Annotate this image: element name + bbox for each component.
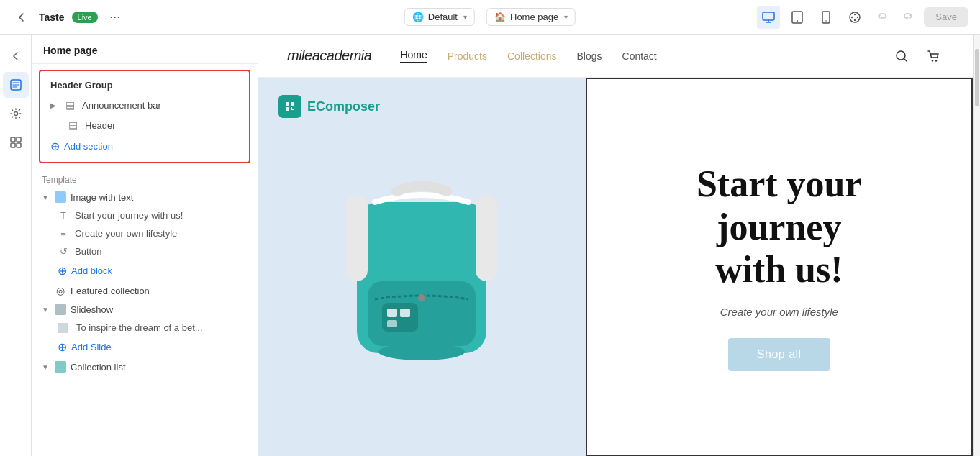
collection-list-item[interactable]: ▼ Collection list [32,357,258,376]
collection-list-label: Collection list [71,362,126,373]
slide-label: To inspire the dream of a bet... [76,322,203,333]
svg-point-18 [935,60,937,61]
add-block-button[interactable]: ⊕ Add block [32,260,258,281]
back-sidebar-button[interactable] [3,43,29,69]
text-icon: T [58,210,69,221]
add-slide-label: Add Slide [71,342,112,352]
slideshow-label: Slideshow [71,304,113,315]
live-badge: Live [72,12,98,23]
svg-point-11 [14,112,17,116]
redo-button[interactable] [898,7,918,27]
header-label: Header [85,120,116,131]
featured-collection-icon: ◎ [56,285,65,296]
svg-rect-15 [17,143,21,147]
announcement-bar-label: Announcement bar [82,100,161,111]
slideshow-expand-icon: ▼ [42,306,49,314]
preview-area: mileacademia Home Products Collections B… [258,35,973,456]
svg-point-16 [897,51,905,60]
svg-point-6 [851,16,853,17]
header-group-section: Header Group ▶ ▤ Announcement bar ▤ Head… [39,70,250,163]
nav-link-products[interactable]: Products [448,50,487,62]
add-section-plus-icon: ⊕ [50,140,60,153]
homepage-select[interactable]: 🏠 Home page ▾ [486,8,576,26]
share-view-button[interactable] [843,6,866,29]
featured-collection-label: Featured collection [71,286,150,296]
collection-list-icon [55,361,66,373]
image-with-text-item[interactable]: ▼ Image with text [32,188,258,206]
mobile-view-button[interactable] [815,6,838,29]
collection-list-expand-icon: ▼ [42,363,49,371]
more-button[interactable]: ··· [105,7,125,27]
header-icon: ▤ [66,119,79,131]
add-block-label: Add block [71,265,112,276]
desktop-view-button[interactable] [757,6,780,29]
svg-point-9 [854,19,856,20]
default-chevron-icon: ▾ [463,13,467,21]
featured-collection-item[interactable]: ◎ Featured collection [32,281,258,300]
slide-thumbnail-icon [58,323,68,333]
globe-icon: 🌐 [412,12,424,22]
slideshow-item[interactable]: ▼ Slideshow [32,300,258,319]
pages-sidebar-button[interactable] [3,72,29,98]
add-section-button[interactable]: ⊕ Add section [40,135,249,158]
home-icon: 🏠 [494,12,506,22]
nav-link-collections[interactable]: Collections [507,50,556,62]
svg-rect-22 [346,195,368,281]
hero-left: EComposer [258,78,586,456]
create-lifestyle-item[interactable]: ≡ Create your own lifestyle [32,224,258,242]
site-nav: mileacademia Home Products Collections B… [258,35,973,78]
default-label: Default [428,12,458,22]
announcement-bar-item[interactable]: ▶ ▤ Announcement bar [40,95,249,115]
topbar-left: Taste Live ··· [12,7,748,27]
announcement-icon: ▤ [63,99,76,111]
save-button[interactable]: Save [924,7,968,27]
right-scrollbar[interactable] [973,35,980,456]
settings-sidebar-button[interactable] [3,101,29,127]
store-name: Taste [39,12,65,23]
svg-point-7 [854,13,856,14]
start-journey-item[interactable]: T Start your journey with us! [32,206,258,224]
cart-nav-button[interactable] [922,45,944,67]
shop-all-button[interactable]: Shop all [728,338,830,371]
add-slide-button[interactable]: ⊕ Add Slide [32,337,258,357]
svg-rect-0 [763,12,774,20]
scrollbar-thumb [975,49,979,106]
nav-link-home[interactable]: Home [400,49,427,63]
topbar: Taste Live ··· 🌐 Default ▾ 🏠 Home page ▾ [0,0,980,35]
svg-rect-23 [476,195,497,281]
svg-rect-24 [382,303,418,332]
header-item[interactable]: ▤ Header [40,115,249,135]
button-item[interactable]: ↺ Button [32,242,258,260]
add-block-plus-icon: ⊕ [58,264,67,278]
ecomposer-icon [278,95,301,118]
slide-item[interactable]: To inspire the dream of a bet... [32,319,258,337]
image-with-text-icon [55,191,66,203]
blocks-sidebar-button[interactable] [3,129,29,155]
search-nav-button[interactable] [891,45,912,67]
hero-subtitle: Create your own lifestyle [720,306,838,318]
svg-rect-25 [387,309,397,317]
svg-point-4 [826,20,827,22]
back-button[interactable] [12,7,32,27]
left-panel-title: Home page [32,35,258,64]
slideshow-icon [55,304,66,315]
nav-link-blogs[interactable]: Blogs [576,50,602,62]
undo-button[interactable] [872,7,892,27]
add-section-label: Add section [64,141,113,152]
sidebar-icons [0,35,32,456]
template-label: Template [32,169,258,188]
site-nav-links: Home Products Collections Blogs Contact [400,49,891,63]
ecomposer-label: EComposer [307,99,380,114]
create-lifestyle-label: Create your own lifestyle [75,228,177,239]
start-journey-label: Start your journey with us! [75,210,183,221]
header-group-title: Header Group [40,76,249,95]
add-slide-plus-icon: ⊕ [58,340,67,354]
image-with-text-expand-icon: ▼ [42,193,49,201]
svg-rect-12 [11,137,15,142]
nav-link-contact[interactable]: Contact [622,50,657,62]
tablet-view-button[interactable] [786,6,809,29]
default-select[interactable]: 🌐 Default ▾ [404,8,475,26]
svg-point-21 [418,294,425,301]
announcement-expand-icon: ▶ [50,101,56,109]
main-area: Home page Header Group ▶ ▤ Announcement … [0,35,980,456]
